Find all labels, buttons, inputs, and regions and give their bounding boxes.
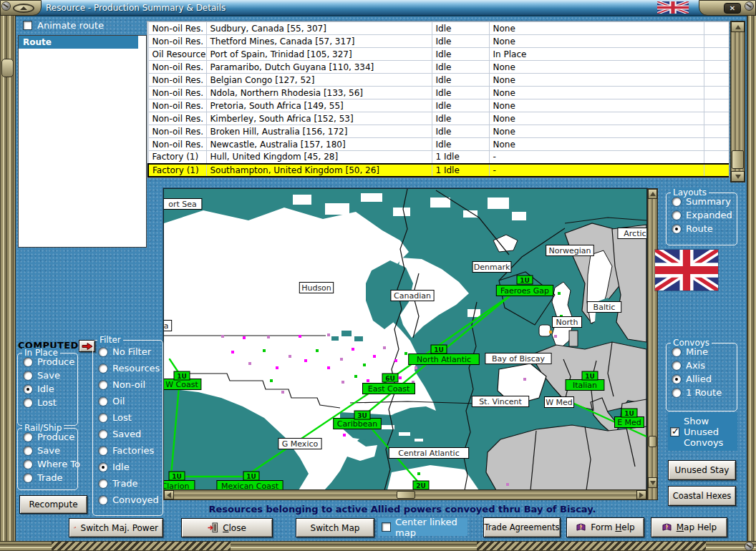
- radio-icon[interactable]: [24, 433, 32, 442]
- recompute-button[interactable]: Recompute: [19, 495, 87, 514]
- radio-icon[interactable]: [672, 198, 681, 206]
- switch-map-button[interactable]: Switch Map: [296, 518, 374, 537]
- table-row[interactable]: Non-oil Res.Ndola, Northern Rhodesia [13…: [148, 87, 730, 99]
- radio-icon[interactable]: [672, 389, 681, 397]
- map-help-button[interactable]: ? Map Help: [651, 517, 727, 537]
- radio-icon[interactable]: [99, 496, 107, 504]
- radio-icon[interactable]: [672, 211, 681, 220]
- radio-icon[interactable]: [99, 430, 107, 439]
- radio-lost[interactable]: Lost: [24, 397, 77, 408]
- table-row[interactable]: Non-oil Res.Belgian Congo [127, 52]IdleN…: [148, 74, 730, 87]
- radio-allied[interactable]: Allied: [672, 374, 737, 384]
- center-linked-map-checkbox[interactable]: [382, 522, 391, 532]
- form-help-button[interactable]: ? Form Help: [566, 517, 644, 537]
- table-row[interactable]: Non-oil Res.Paramaribo, Dutch Guyana [11…: [148, 61, 730, 74]
- animate-route-row[interactable]: Animate route: [23, 20, 104, 31]
- radio-summary[interactable]: Summary: [672, 196, 737, 207]
- unused-stay-button[interactable]: Unused Stay: [668, 460, 736, 480]
- radio-axis[interactable]: Axis: [672, 360, 737, 371]
- radio-idle[interactable]: Idle: [99, 462, 163, 472]
- system-menu-icon[interactable]: [13, 4, 34, 13]
- radio-icon[interactable]: [99, 364, 107, 373]
- table-row[interactable]: Non-oil Res.Thetford Mines, Canada [57, …: [148, 35, 730, 48]
- table-row[interactable]: Non-oil Res.Pretoria, South Africa [149,…: [148, 99, 730, 112]
- radio-oil[interactable]: Oil: [99, 396, 163, 406]
- radio-icon[interactable]: [99, 479, 107, 488]
- radio-icon[interactable]: [99, 381, 107, 389]
- table-row[interactable]: Oil ResourcePort of Spain, Trinidad [105…: [148, 48, 730, 61]
- radio-icon[interactable]: [24, 385, 32, 394]
- radio-resources[interactable]: Resources: [99, 363, 163, 374]
- window-title: Resource - Production Summary & Details: [46, 0, 226, 16]
- radio-icon[interactable]: [24, 460, 32, 469]
- table-row[interactable]: Non-oil Res.Broken Hill, Australia [156,…: [148, 125, 730, 138]
- radio-icon[interactable]: [24, 399, 32, 407]
- center-linked-map-row[interactable]: Center linked map: [378, 518, 467, 536]
- radio-icon[interactable]: [672, 361, 681, 370]
- radio-factories[interactable]: Factories: [99, 445, 163, 456]
- radio-icon[interactable]: [99, 348, 107, 356]
- radio-icon[interactable]: [99, 447, 107, 455]
- table-scrollbar-thumb[interactable]: [732, 150, 744, 169]
- table-cell: Idle: [432, 74, 489, 87]
- table-row[interactable]: Non-oil Res.Newcastle, Australia [157, 1…: [148, 138, 730, 151]
- map-vscrollbar[interactable]: [647, 188, 658, 500]
- radio-1-route[interactable]: 1 Route: [672, 387, 737, 398]
- map-scroll-up-icon[interactable]: [648, 189, 657, 199]
- radio-convoyed[interactable]: Convoyed: [99, 494, 163, 505]
- radio-idle[interactable]: Idle: [24, 384, 77, 394]
- table-cell: -: [489, 164, 704, 177]
- close-window-icon[interactable]: ✕: [724, 3, 741, 14]
- table-row[interactable]: Non-oil Res.Sudbury, Canada [55, 307]Idl…: [148, 22, 730, 35]
- table-row[interactable]: Factory (1)Hull, United Kingdom [45, 28]…: [148, 151, 730, 164]
- radio-expanded[interactable]: Expanded: [672, 210, 737, 220]
- show-unused-panel[interactable]: ShowUnusedConvoys: [668, 412, 737, 451]
- radio-label: Trade: [37, 472, 63, 483]
- radio-produce[interactable]: Produce: [24, 431, 77, 442]
- map-hscrollbar-thumb[interactable]: [397, 491, 415, 499]
- trade-agreements-button[interactable]: Trade Agreements: [483, 517, 561, 537]
- switch-major-power-button[interactable]: Switch Maj. Power: [69, 518, 163, 537]
- radio-save[interactable]: Save: [24, 370, 77, 381]
- table-scroll-up-icon[interactable]: [731, 21, 745, 32]
- table-scrollbar[interactable]: [730, 21, 745, 182]
- radio-icon[interactable]: [99, 397, 107, 406]
- table-cell: None: [489, 125, 704, 138]
- table-row[interactable]: Non-oil Res.Kimberley, South Africa [152…: [148, 112, 730, 125]
- radio-trade[interactable]: Trade: [24, 472, 77, 483]
- radio-icon[interactable]: [99, 414, 107, 422]
- radio-icon[interactable]: [24, 371, 32, 380]
- radio-label: Non-oil: [112, 379, 145, 390]
- radio-no-filter[interactable]: No Filter: [99, 346, 163, 357]
- radio-mine[interactable]: Mine: [672, 346, 737, 357]
- table-row[interactable]: Factory (1)Southampton, United Kingdom […: [148, 164, 730, 177]
- resource-table[interactable]: Non-oil Res.Sudbury, Canada [55, 307]Idl…: [147, 21, 730, 178]
- table-scroll-down-icon[interactable]: [731, 171, 745, 182]
- map-hscrollbar[interactable]: [163, 489, 647, 500]
- radio-icon[interactable]: [24, 447, 32, 455]
- map-scroll-down-icon[interactable]: [648, 477, 657, 488]
- radio-lost[interactable]: Lost: [99, 412, 163, 423]
- radio-save[interactable]: Save: [24, 445, 77, 456]
- map-scroll-left-icon[interactable]: [164, 490, 174, 499]
- radio-icon[interactable]: [672, 348, 681, 356]
- coastal-hexes-button[interactable]: Coastal Hexes: [668, 486, 736, 506]
- route-list-panel[interactable]: Route: [18, 35, 147, 248]
- close-button[interactable]: Close: [181, 518, 273, 537]
- strategic-map[interactable]: ort SeaHudsonCanadianDenmarkNorwegianArc…: [164, 189, 646, 490]
- map-scroll-right-icon[interactable]: [636, 490, 646, 499]
- show-unused-checkbox[interactable]: [670, 427, 679, 437]
- radio-non-oil[interactable]: Non-oil: [99, 379, 163, 390]
- radio-icon[interactable]: [24, 358, 32, 366]
- radio-route[interactable]: Route: [672, 223, 737, 234]
- animate-route-checkbox[interactable]: [23, 21, 32, 30]
- radio-produce[interactable]: Produce: [24, 356, 77, 367]
- radio-icon[interactable]: [672, 225, 681, 233]
- radio-icon[interactable]: [99, 463, 107, 472]
- radio-trade[interactable]: Trade: [99, 478, 163, 489]
- radio-icon[interactable]: [672, 375, 681, 384]
- radio-where-to[interactable]: Where To: [24, 459, 77, 469]
- radio-icon[interactable]: [24, 474, 32, 482]
- radio-saved[interactable]: Saved: [99, 429, 163, 439]
- map-vscrollbar-thumb[interactable]: [649, 436, 656, 447]
